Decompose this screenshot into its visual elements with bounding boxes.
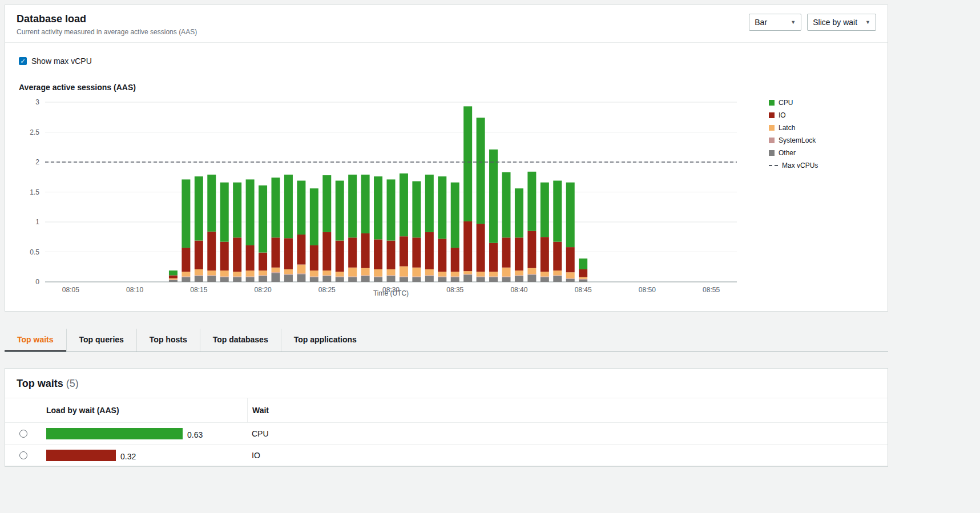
row-radio-button[interactable] xyxy=(19,430,27,438)
bar-segment-systemlock[interactable] xyxy=(259,275,267,276)
bar-segment-io[interactable] xyxy=(400,236,408,266)
bar-segment-systemlock[interactable] xyxy=(195,275,203,276)
bar-segment-io[interactable] xyxy=(553,242,562,270)
bar-segment-latch[interactable] xyxy=(451,272,459,276)
bar-segment-cpu[interactable] xyxy=(284,175,293,238)
bar-segment-systemlock[interactable] xyxy=(233,277,241,277)
bar-segment-systemlock[interactable] xyxy=(272,272,280,273)
bar-segment-systemlock[interactable] xyxy=(463,274,472,274)
bar-segment-systemlock[interactable] xyxy=(284,274,293,274)
bar-segment-latch[interactable] xyxy=(310,270,318,277)
bar-segment-io[interactable] xyxy=(348,237,357,268)
bar-segment-latch[interactable] xyxy=(272,268,280,272)
bar-segment-latch[interactable] xyxy=(489,272,498,276)
bar-segment-io[interactable] xyxy=(502,237,511,268)
bar-segment-cpu[interactable] xyxy=(297,181,305,235)
bar-segment-cpu[interactable] xyxy=(169,270,178,275)
bar-segment-cpu[interactable] xyxy=(463,106,472,221)
bar-segment-other[interactable] xyxy=(284,274,293,282)
bar-segment-systemlock[interactable] xyxy=(451,277,459,277)
bar-segment-io[interactable] xyxy=(259,253,267,271)
bar-segment-latch[interactable] xyxy=(527,268,536,274)
bar-segment-cpu[interactable] xyxy=(259,185,267,253)
bar-segment-latch[interactable] xyxy=(412,268,421,277)
bar-segment-systemlock[interactable] xyxy=(579,279,587,280)
bar-segment-systemlock[interactable] xyxy=(502,277,511,277)
bar-segment-io[interactable] xyxy=(425,232,434,269)
bar-segment-systemlock[interactable] xyxy=(207,275,216,276)
bar-segment-cpu[interactable] xyxy=(489,150,498,243)
bar-segment-latch[interactable] xyxy=(425,269,434,276)
bar-segment-systemlock[interactable] xyxy=(553,275,562,276)
bar-segment-cpu[interactable] xyxy=(502,172,511,237)
bar-segment-io[interactable] xyxy=(451,248,459,272)
bar-segment-latch[interactable] xyxy=(541,272,549,276)
bar-segment-latch[interactable] xyxy=(195,269,203,276)
bar-segment-io[interactable] xyxy=(412,237,421,268)
bar-segment-cpu[interactable] xyxy=(553,181,562,242)
bar-segment-io[interactable] xyxy=(515,237,523,270)
bar-segment-latch[interactable] xyxy=(502,268,511,277)
bar-segment-other[interactable] xyxy=(361,276,370,282)
bar-segment-other[interactable] xyxy=(463,274,472,282)
bar-segment-other[interactable] xyxy=(322,276,331,282)
bar-segment-other[interactable] xyxy=(553,276,562,282)
bar-segment-other[interactable] xyxy=(207,276,216,282)
bar-segment-io[interactable] xyxy=(438,239,446,272)
bar-segment-io[interactable] xyxy=(272,237,280,268)
tab-top-applications[interactable]: Top applications xyxy=(281,329,369,352)
bar-segment-cpu[interactable] xyxy=(233,183,241,238)
bar-segment-systemlock[interactable] xyxy=(477,277,485,277)
bar-segment-cpu[interactable] xyxy=(579,258,587,269)
chart-type-select[interactable]: Bar ▼ xyxy=(749,14,801,31)
bar-segment-cpu[interactable] xyxy=(527,172,536,231)
bar-segment-cpu[interactable] xyxy=(195,176,203,240)
bar-segment-latch[interactable] xyxy=(348,268,357,277)
bar-segment-io[interactable] xyxy=(489,243,498,272)
bar-segment-cpu[interactable] xyxy=(220,183,229,242)
bar-segment-latch[interactable] xyxy=(477,272,485,276)
bar-segment-systemlock[interactable] xyxy=(412,277,421,277)
bar-segment-io[interactable] xyxy=(284,238,293,269)
bar-segment-other[interactable] xyxy=(272,273,280,282)
bar-segment-systemlock[interactable] xyxy=(489,277,498,277)
bar-segment-systemlock[interactable] xyxy=(387,275,396,276)
bar-segment-latch[interactable] xyxy=(438,272,446,276)
bar-segment-latch[interactable] xyxy=(207,270,216,275)
bar-segment-latch[interactable] xyxy=(515,270,523,275)
bar-segment-io[interactable] xyxy=(310,245,318,270)
tab-top-waits[interactable]: Top waits xyxy=(5,329,66,352)
bar-segment-cpu[interactable] xyxy=(438,176,446,239)
bar-segment-latch[interactable] xyxy=(284,269,293,274)
tab-top-queries[interactable]: Top queries xyxy=(66,329,136,352)
bar-segment-systemlock[interactable] xyxy=(361,275,370,276)
bar-segment-io[interactable] xyxy=(297,235,305,265)
bar-segment-io[interactable] xyxy=(579,269,587,277)
bar-segment-other[interactable] xyxy=(477,277,485,282)
bar-segment-other[interactable] xyxy=(374,277,382,282)
bar-segment-other[interactable] xyxy=(425,276,434,282)
bar-segment-cpu[interactable] xyxy=(322,175,331,232)
bar-segment-systemlock[interactable] xyxy=(566,278,575,279)
bar-segment-io[interactable] xyxy=(527,231,536,268)
bar-segment-cpu[interactable] xyxy=(515,188,523,237)
bar-segment-other[interactable] xyxy=(502,277,511,282)
bar-segment-other[interactable] xyxy=(438,277,446,282)
bar-segment-latch[interactable] xyxy=(182,272,190,276)
bar-segment-cpu[interactable] xyxy=(451,183,459,248)
bar-segment-latch[interactable] xyxy=(233,272,241,276)
tab-top-hosts[interactable]: Top hosts xyxy=(136,329,200,352)
bar-segment-other[interactable] xyxy=(566,279,575,282)
bar-segment-io[interactable] xyxy=(322,232,331,270)
bar-segment-other[interactable] xyxy=(169,280,178,282)
bar-segment-other[interactable] xyxy=(579,280,587,282)
bar-segment-cpu[interactable] xyxy=(566,183,575,247)
bar-segment-other[interactable] xyxy=(182,277,190,282)
bar-segment-cpu[interactable] xyxy=(336,181,344,241)
bar-segment-systemlock[interactable] xyxy=(336,277,344,277)
bar-segment-other[interactable] xyxy=(259,276,267,282)
bar-segment-cpu[interactable] xyxy=(387,179,396,240)
bar-segment-io[interactable] xyxy=(463,221,472,271)
bar-segment-other[interactable] xyxy=(336,277,344,282)
bar-segment-latch[interactable] xyxy=(246,270,255,277)
